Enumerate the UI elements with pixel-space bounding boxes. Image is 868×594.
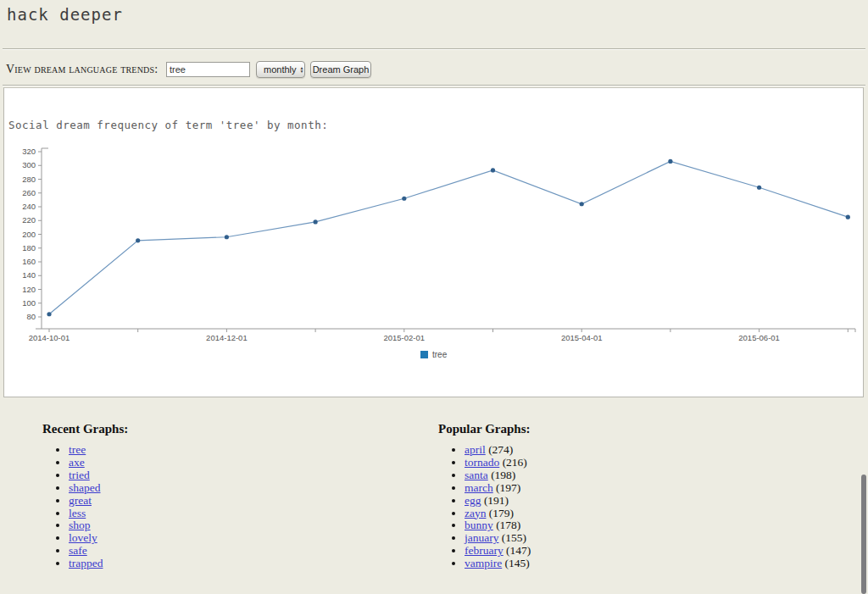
popular-graph-link[interactable]: april	[465, 443, 486, 456]
site-title: hack deeper	[7, 5, 123, 24]
graph-list-item: lovely	[69, 532, 128, 545]
svg-text:300: 300	[22, 160, 36, 169]
trend-form-label: View dream language trends:	[6, 63, 158, 76]
interval-select-value: monthly	[264, 64, 297, 75]
graph-list-item: bunny (178)	[465, 519, 531, 532]
svg-text:2015-06-01: 2015-06-01	[738, 333, 780, 342]
recent-graph-link[interactable]: great	[69, 494, 92, 507]
svg-text:tree: tree	[432, 350, 448, 359]
graph-list-item: trapped	[69, 558, 128, 570]
svg-text:120: 120	[22, 285, 36, 294]
svg-text:2014-12-01: 2014-12-01	[206, 333, 248, 342]
popular-graph-link[interactable]: vampire	[465, 557, 502, 569]
chart-heading: Social dream frequency of term 'tree' by…	[8, 119, 328, 131]
graph-list-item: less	[69, 508, 128, 520]
graph-list-item: april (274)	[465, 444, 531, 457]
recent-graph-link[interactable]: shaped	[69, 481, 101, 494]
recent-graph-link[interactable]: trapped	[69, 557, 103, 569]
popular-graph-link[interactable]: tornado	[465, 456, 499, 469]
svg-text:140: 140	[22, 270, 36, 280]
popular-graph-count: (147)	[504, 544, 531, 557]
graph-list-item: march (197)	[465, 482, 531, 495]
popular-graphs-column: Popular Graphs: april (274)tornado (216)…	[438, 422, 531, 570]
svg-text:80: 80	[26, 312, 36, 321]
trend-chart: 8010012014016018020022024026028030032020…	[4, 142, 863, 371]
recent-graph-link[interactable]: tried	[69, 469, 90, 481]
popular-graph-link[interactable]: february	[465, 544, 504, 557]
recent-graph-link[interactable]: safe	[69, 544, 87, 557]
graph-list-item: shop	[69, 519, 128, 532]
svg-text:200: 200	[22, 230, 36, 239]
svg-text:160: 160	[22, 257, 36, 266]
popular-graph-link[interactable]: bunny	[465, 519, 493, 531]
svg-text:280: 280	[22, 175, 36, 184]
recent-graphs-column: Recent Graphs: treeaxetriedshapedgreatle…	[42, 422, 128, 570]
graph-list-item: tried	[69, 469, 128, 482]
popular-graphs-heading: Popular Graphs:	[438, 422, 531, 436]
popular-graph-link[interactable]: egg	[465, 494, 481, 507]
graph-list-item: safe	[69, 545, 128, 558]
recent-graph-link[interactable]: lovely	[69, 531, 97, 544]
svg-text:220: 220	[22, 215, 36, 225]
svg-text:180: 180	[22, 243, 36, 253]
popular-graph-count: (145)	[502, 557, 530, 569]
popular-graph-link[interactable]: march	[465, 481, 493, 494]
popular-graph-count: (178)	[493, 519, 521, 531]
popular-graph-count: (197)	[493, 481, 521, 494]
popular-graph-link[interactable]: january	[465, 531, 498, 544]
graph-list-item: santa (198)	[465, 469, 531, 482]
graph-list-item: february (147)	[465, 545, 531, 558]
svg-text:2015-02-01: 2015-02-01	[383, 333, 425, 342]
header-divider	[3, 48, 865, 50]
recent-graph-link[interactable]: axe	[69, 456, 85, 469]
graph-list-item: egg (191)	[465, 495, 531, 508]
scrollbar-thumb[interactable]	[861, 475, 866, 594]
graph-list-item: january (155)	[465, 532, 531, 545]
recent-graph-link[interactable]: tree	[69, 443, 86, 456]
svg-text:260: 260	[22, 188, 36, 197]
term-input[interactable]	[166, 62, 250, 77]
popular-graph-count: (216)	[499, 456, 527, 469]
popular-graph-link[interactable]: zayn	[465, 507, 486, 519]
page-root: hack deeper View dream language trends: …	[0, 0, 868, 594]
interval-select[interactable]: monthly ▲ ▼	[256, 61, 305, 78]
svg-text:320: 320	[22, 147, 36, 156]
graph-list-item: tornado (216)	[465, 457, 531, 469]
svg-text:240: 240	[22, 202, 36, 211]
recent-graph-link[interactable]: less	[69, 507, 86, 519]
chart-panel: Social dream frequency of term 'tree' by…	[3, 87, 864, 397]
trend-chart-svg: 8010012014016018020022024026028030032020…	[4, 142, 863, 371]
trend-search-form: View dream language trends: monthly ▲ ▼ …	[0, 56, 868, 83]
recent-graphs-list: treeaxetriedshapedgreatlessshoplovelysaf…	[42, 444, 128, 570]
dream-graph-button[interactable]: Dream Graph	[310, 61, 371, 78]
popular-graph-count: (179)	[486, 507, 514, 519]
recent-graphs-heading: Recent Graphs:	[42, 422, 128, 436]
popular-graph-count: (274)	[486, 443, 514, 456]
graph-list-item: axe	[69, 457, 128, 469]
graph-list-item: great	[69, 495, 128, 508]
popular-graph-count: (155)	[498, 531, 526, 544]
popular-graph-count: (191)	[481, 494, 509, 507]
select-stepper-icon: ▲ ▼	[300, 66, 304, 73]
popular-graph-link[interactable]: santa	[465, 469, 488, 481]
popular-graphs-list: april (274)tornado (216)santa (198)march…	[438, 444, 531, 570]
form-divider	[3, 85, 865, 86]
svg-text:2014-10-01: 2014-10-01	[29, 333, 70, 342]
popular-graph-count: (198)	[488, 469, 516, 481]
svg-text:100: 100	[22, 298, 36, 308]
svg-text:2015-04-01: 2015-04-01	[561, 333, 603, 342]
graph-list-item: zayn (179)	[465, 508, 531, 520]
recent-graph-link[interactable]: shop	[69, 519, 91, 531]
graph-list-item: shaped	[69, 482, 128, 495]
graph-list-item: vampire (145)	[465, 558, 531, 570]
graph-list-item: tree	[69, 444, 128, 457]
